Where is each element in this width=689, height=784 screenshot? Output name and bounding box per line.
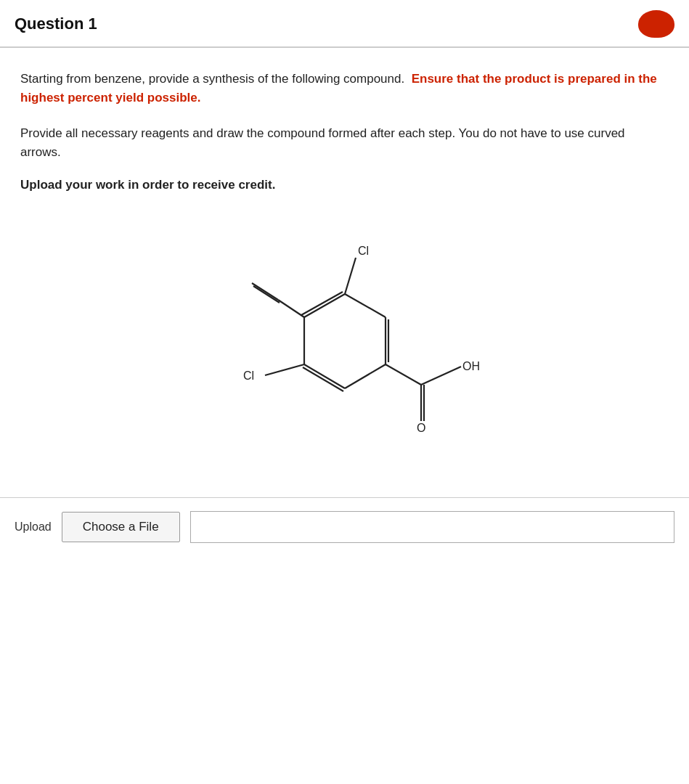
upload-section: Upload Choose a File <box>0 497 689 556</box>
instruction-text: Provide all necessary reagents and draw … <box>20 124 669 163</box>
question-text: Starting from benzene, provide a synthes… <box>20 70 669 108</box>
svg-line-12 <box>253 286 280 303</box>
question-text-part1: Starting from benzene, provide a synthes… <box>20 72 404 86</box>
page-container: Question 1 Starting from benzene, provid… <box>0 0 689 784</box>
upload-instruction: Upload your work in order to receive cre… <box>20 178 669 192</box>
svg-line-4 <box>304 364 345 388</box>
cl-bottom-label: Cl <box>243 369 254 382</box>
question-body: Starting from benzene, provide a synthes… <box>0 48 689 490</box>
svg-line-5 <box>303 367 343 391</box>
oh-label: OH <box>462 360 480 372</box>
molecule-container: Cl Cl O OH <box>20 214 669 446</box>
molecule-svg: Cl Cl O OH <box>171 214 519 446</box>
oxygen-label: O <box>417 422 425 434</box>
question-header: Question 1 <box>0 0 689 48</box>
svg-line-9 <box>345 258 356 294</box>
upload-label: Upload <box>15 520 52 534</box>
svg-line-17 <box>421 367 461 385</box>
user-avatar <box>638 10 674 38</box>
svg-line-10 <box>278 300 304 317</box>
svg-line-11 <box>252 283 278 300</box>
svg-line-7 <box>304 294 345 317</box>
choose-file-button[interactable]: Choose a File <box>62 512 180 542</box>
svg-line-8 <box>301 292 343 315</box>
file-input-area[interactable] <box>190 511 674 543</box>
svg-line-3 <box>345 364 386 388</box>
svg-line-0 <box>345 294 386 317</box>
question-title: Question 1 <box>15 15 97 33</box>
svg-line-13 <box>265 364 304 375</box>
cl-top-label: Cl <box>358 245 369 257</box>
svg-line-14 <box>386 364 421 385</box>
